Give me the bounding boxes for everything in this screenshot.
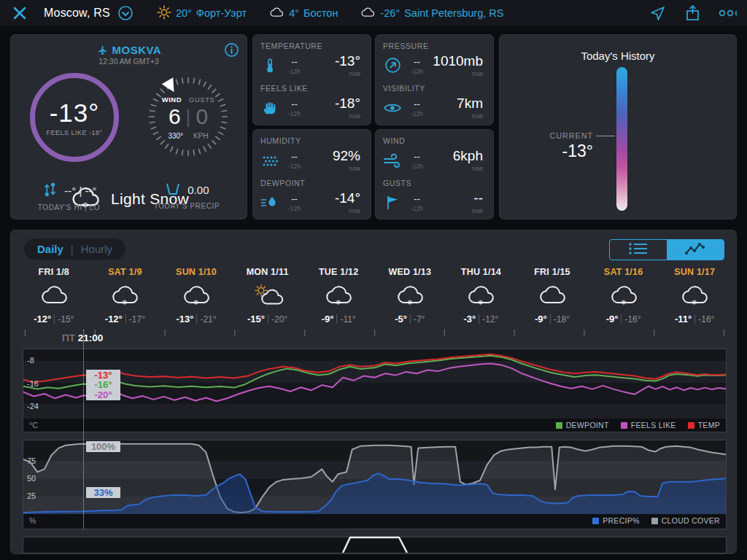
forecast-day[interactable]: WED 1/13 ❄ -5° -7° bbox=[374, 267, 446, 324]
legend-item: DEWPOINT bbox=[556, 421, 609, 429]
forecast-day[interactable]: FRI 1/15 -9° -18° bbox=[516, 267, 588, 324]
stat-block: DEWPOINT ---12h -14°now bbox=[253, 172, 371, 214]
wind-direction: 330° bbox=[168, 132, 183, 140]
todays-history-panel: Today's History CURRENT -13° bbox=[499, 34, 737, 219]
svg-text:❄: ❄ bbox=[478, 298, 484, 306]
windicon-icon bbox=[383, 153, 402, 168]
forecast-day[interactable]: THU 1/14 ❄ -3° -12° bbox=[446, 267, 517, 324]
history-gradient-bar[interactable] bbox=[616, 67, 627, 211]
wind-unit: KPH bbox=[193, 132, 209, 140]
weather-icon: ❄ bbox=[303, 280, 374, 311]
forecast-day[interactable]: MON 1/11 -15° -20° bbox=[232, 267, 303, 324]
forecast-day[interactable]: FRI 1/8 -12° -15° bbox=[18, 267, 90, 324]
tab-hourly[interactable]: Hourly bbox=[81, 243, 112, 255]
weather-icon: ❄ bbox=[90, 280, 161, 311]
city-temp: 20° bbox=[176, 7, 192, 19]
chart-line-icon bbox=[684, 241, 707, 260]
legend-item: PRECIP% bbox=[592, 516, 640, 525]
humdots-icon bbox=[260, 153, 279, 168]
history-current-label: CURRENT bbox=[529, 131, 593, 140]
hi-lo-icon bbox=[41, 182, 58, 200]
legend-item: TEMP bbox=[688, 421, 720, 429]
svg-text:❄: ❄ bbox=[692, 298, 697, 306]
gust-speed: 0 bbox=[196, 104, 208, 129]
history-title: Today's History bbox=[500, 50, 736, 62]
more-options-icon[interactable] bbox=[718, 4, 737, 23]
cursor-value-label: 33% bbox=[86, 487, 120, 498]
thermometer-icon bbox=[260, 57, 279, 74]
forecast-day[interactable]: SAT 1/9 ❄ -12° -17° bbox=[90, 267, 161, 324]
timeline-ticks bbox=[23, 330, 727, 338]
temperature-chart-legend: DEWPOINTFEELS LIKETEMP bbox=[556, 421, 720, 429]
current-location-title: Moscow, RS bbox=[44, 7, 110, 20]
sun-icon bbox=[157, 5, 171, 22]
view-mode-toggle bbox=[609, 239, 724, 260]
city-name: Saint Petersburg, RS bbox=[404, 7, 503, 19]
saved-city-fort-worth[interactable]: 20° Форт-Уэрт bbox=[157, 5, 247, 22]
precip-bucket-icon bbox=[164, 182, 182, 198]
city-name: Форт-Уэрт bbox=[196, 7, 247, 19]
y-axis-tick: -24 bbox=[27, 402, 39, 411]
info-icon[interactable] bbox=[224, 42, 239, 61]
weather-icon bbox=[18, 280, 90, 311]
today-hi-lo-value: --° | --° bbox=[64, 184, 96, 197]
observation-time: 12:30 AM GMT+3 bbox=[11, 57, 247, 66]
hand-icon bbox=[260, 100, 279, 116]
svg-text:❄: ❄ bbox=[621, 298, 627, 306]
history-pointer-line bbox=[596, 136, 615, 136]
stat-block: VISIBILITY ---12h 7kmnow bbox=[376, 77, 493, 120]
stat-block: WIND ---12h 6kphnow bbox=[376, 130, 493, 172]
pressarrow-icon bbox=[383, 57, 402, 74]
feels-like-label: FEELS LIKE -18° bbox=[46, 129, 102, 136]
cursor-value-label: -20° bbox=[86, 389, 120, 400]
y-axis-tick: -8 bbox=[27, 356, 34, 365]
forecast-tabs: Daily | Hourly bbox=[24, 238, 125, 260]
dewpoint-icon bbox=[260, 195, 279, 211]
weather-icon: ❄ bbox=[446, 280, 517, 311]
wind-label: WIND bbox=[162, 96, 182, 104]
stat-block: PRESSURE ---12h 1010mbnow bbox=[376, 35, 493, 77]
chart-view-button[interactable] bbox=[667, 240, 724, 260]
city-temp: -26° bbox=[380, 7, 400, 19]
forecast-days-row: FRI 1/8 -12° -15° SAT 1/9 ❄ -12° -17° SU… bbox=[18, 267, 730, 324]
svg-text:❄: ❄ bbox=[122, 298, 128, 306]
y-axis-tick: -16 bbox=[27, 379, 39, 388]
forecast-day[interactable]: SUN 1/10 ❄ -13° -21° bbox=[160, 267, 232, 324]
history-current-value: -13° bbox=[529, 141, 593, 161]
tab-daily[interactable]: Daily bbox=[37, 243, 63, 255]
chevron-down-icon[interactable] bbox=[116, 4, 135, 23]
legend-item: CLOUD COVER bbox=[651, 516, 720, 525]
next-chart-preview-strip bbox=[23, 537, 727, 553]
saved-city-boston[interactable]: 4° Бостон bbox=[268, 7, 338, 20]
cloud-icon bbox=[360, 7, 376, 20]
stat-block: GUSTS ---12h --now bbox=[376, 172, 493, 214]
wind-speed: 6 bbox=[169, 104, 181, 129]
pressure-visibility-card: PRESSURE ---12h 1010mbnow VISIBILITY ---… bbox=[375, 34, 494, 125]
weather-icon: ❄ bbox=[374, 280, 446, 311]
precip-cloud-chart[interactable]: 755025100%33% % PRECIP%CLOUD COVER bbox=[23, 440, 727, 529]
list-view-button[interactable] bbox=[610, 240, 667, 260]
forecast-day[interactable]: SAT 1/16 ❄ -9° -16° bbox=[588, 267, 659, 324]
forecast-day[interactable]: TUE 1/12 ❄ -9° -11° bbox=[303, 267, 374, 324]
stat-block: TEMPERATURE ---12h -13°now bbox=[253, 35, 371, 77]
current-conditions-panel: MOSKVA 12:30 AM GMT+3 -13° FEELS LIKE -1… bbox=[10, 34, 247, 219]
svg-text:❄: ❄ bbox=[336, 298, 341, 306]
forecast-day[interactable]: SUN 1/17 ❄ -11° -16° bbox=[659, 267, 730, 324]
saved-city-saint-petersburg[interactable]: -26° Saint Petersburg, RS bbox=[360, 7, 503, 20]
today-hi-lo-label: TODAY'S HI | LO bbox=[38, 203, 100, 211]
sun-elevation-shape bbox=[23, 531, 726, 553]
plane-icon bbox=[96, 44, 109, 56]
current-temp: -13° bbox=[50, 98, 100, 128]
flag-icon bbox=[383, 195, 402, 211]
stat-block: FEELS LIKE ---12h -18°now bbox=[253, 77, 371, 120]
close-icon[interactable] bbox=[10, 4, 29, 23]
chart-unit: % bbox=[29, 516, 36, 525]
locate-me-icon[interactable] bbox=[648, 4, 667, 23]
cursor-value-label: 100% bbox=[86, 441, 120, 452]
time-cursor-line[interactable] bbox=[83, 330, 84, 529]
share-icon[interactable] bbox=[683, 4, 702, 23]
eye-icon bbox=[383, 101, 402, 114]
weather-icon bbox=[516, 280, 588, 311]
temperature-chart[interactable]: -8-16-24-13°-16°-20° °C DEWPOINTFEELS LI… bbox=[23, 349, 727, 432]
y-axis-tick: 50 bbox=[27, 474, 36, 483]
